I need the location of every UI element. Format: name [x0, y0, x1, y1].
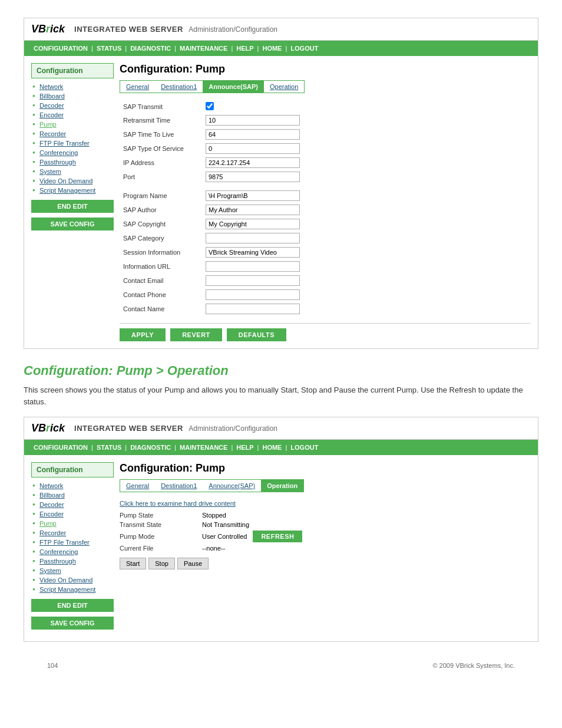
sidebar-item-billboard-1[interactable]: Billboard: [31, 91, 114, 101]
content-area-1: Configuration Network Billboard Decoder …: [24, 56, 538, 348]
label-contactemail: Contact Email: [120, 274, 202, 288]
input-ipaddress[interactable]: [206, 157, 300, 168]
sidebar-item-pump-2[interactable]: Pump: [31, 519, 114, 528]
input-programname[interactable]: [206, 190, 300, 201]
nav-home-1[interactable]: HOME: [259, 44, 285, 53]
tab-bar-1: General Destination1 Announce(SAP) Opera…: [120, 80, 305, 93]
end-edit-button-2[interactable]: END EDIT: [31, 599, 114, 612]
nav-diagnostic-2[interactable]: DIAGNOSTIC: [127, 443, 174, 452]
footer: 104 © 2009 VBrick Systems, Inc.: [24, 656, 538, 675]
sidebar-item-conferencing-1[interactable]: Conferencing: [31, 148, 114, 157]
tab-operation-1[interactable]: Operation: [264, 81, 304, 93]
input-infourl[interactable]: [206, 261, 300, 272]
sidebar-item-passthrough-2[interactable]: Passthrough: [31, 556, 114, 566]
nav-logout-1[interactable]: LOGOUT: [287, 44, 322, 53]
nav-diagnostic-1[interactable]: DIAGNOSTIC: [127, 44, 174, 53]
vbrick-logo-2: VBrick: [31, 422, 65, 434]
tab-announce-sap-2[interactable]: Announce(SAP): [203, 480, 261, 492]
sidebar-item-pump-1[interactable]: Pump: [31, 120, 114, 129]
sidebar-item-encoder-1[interactable]: Encoder: [31, 110, 114, 120]
revert-button-1[interactable]: REVERT: [170, 328, 222, 341]
mid-section-desc: This screen shows you the status of your…: [24, 384, 538, 407]
nav-bar-1: CONFIGURATION | STATUS | DIAGNOSTIC | MA…: [24, 41, 538, 56]
refresh-button[interactable]: REFRESH: [253, 531, 302, 542]
box2-page-title: Configuration: Pump: [120, 462, 531, 475]
sidebar-item-billboard-2[interactable]: Billboard: [31, 490, 114, 500]
sidebar-item-system-2[interactable]: System: [31, 566, 114, 575]
sidebar-item-ftp-1[interactable]: FTP File Transfer: [31, 139, 114, 148]
sidebar-item-system-1[interactable]: System: [31, 167, 114, 176]
input-port[interactable]: [206, 172, 300, 182]
main-content-1: Configuration: Pump General Destination1…: [120, 63, 531, 341]
form-table-1: SAP Transmit Retransmit Time SAP Time To…: [120, 100, 531, 316]
form-spacer: [120, 184, 531, 189]
nav-status-1[interactable]: STATUS: [93, 44, 125, 53]
tab-general-2[interactable]: General: [120, 480, 155, 492]
input-sapauthor[interactable]: [206, 205, 300, 215]
input-sapcategory[interactable]: [206, 233, 300, 243]
sidebar-item-conferencing-2[interactable]: Conferencing: [31, 547, 114, 556]
end-edit-button-1[interactable]: END EDIT: [31, 200, 114, 213]
header-title-1: INTEGRATED WEB SERVER: [74, 25, 183, 34]
form-row-timetolive: SAP Time To Live: [120, 127, 531, 141]
pump-mode-value: User Controlled: [202, 533, 247, 540]
form-row-contactemail: Contact Email: [120, 274, 531, 288]
tab-destination1-2[interactable]: Destination1: [155, 480, 203, 492]
nav-configuration-1[interactable]: CONFIGURATION: [30, 44, 91, 53]
sidebar-item-script-2[interactable]: Script Management: [31, 585, 114, 594]
current-file-row: Current File --none--: [120, 545, 531, 552]
nav-home-2[interactable]: HOME: [259, 443, 285, 452]
checkbox-sap-transmit[interactable]: [206, 102, 214, 110]
save-config-button-1[interactable]: SAVE CONFIG: [31, 218, 114, 230]
tab-general-1[interactable]: General: [120, 81, 155, 93]
label-port: Port: [120, 170, 202, 184]
vbrick-logo-1: VBrick: [31, 23, 65, 35]
input-timetolive[interactable]: [206, 129, 300, 140]
input-contactemail[interactable]: [206, 275, 300, 286]
tab-destination1-1[interactable]: Destination1: [155, 81, 203, 93]
label-typeofservice: SAP Type Of Service: [120, 141, 202, 156]
nav-help-2[interactable]: HELP: [233, 443, 257, 452]
pump-mode-label: Pump Mode: [120, 533, 196, 540]
sidebar-item-decoder-1[interactable]: Decoder: [31, 101, 114, 110]
input-typeofservice[interactable]: [206, 143, 300, 154]
form-row-retransmit: Retransmit Time: [120, 113, 531, 127]
nav-configuration-2[interactable]: CONFIGURATION: [30, 443, 91, 452]
sidebar-item-recorder-1[interactable]: Recorder: [31, 129, 114, 139]
header-subtitle-2: Administration/Configuration: [189, 424, 277, 433]
sidebar-title-2: Configuration: [31, 462, 114, 477]
save-config-button-2[interactable]: SAVE CONFIG: [31, 617, 114, 630]
input-contactname[interactable]: [206, 304, 300, 314]
sidebar-item-decoder-2[interactable]: Decoder: [31, 500, 114, 509]
pause-button[interactable]: Pause: [177, 558, 209, 569]
nav-maintenance-1[interactable]: MAINTENANCE: [176, 44, 231, 53]
sidebar-item-script-1[interactable]: Script Management: [31, 186, 114, 195]
hard-drive-link[interactable]: Click here to examine hard drive content: [120, 500, 236, 507]
sidebar-item-ftp-2[interactable]: FTP File Transfer: [31, 538, 114, 547]
nav-status-2[interactable]: STATUS: [93, 443, 125, 452]
tab-operation-2[interactable]: Operation: [261, 480, 303, 492]
nav-logout-2[interactable]: LOGOUT: [287, 443, 322, 452]
start-button[interactable]: Start: [120, 558, 146, 569]
sidebar-item-vod-1[interactable]: Video On Demand: [31, 176, 114, 186]
nav-maintenance-2[interactable]: MAINTENANCE: [176, 443, 231, 452]
sidebar-item-recorder-2[interactable]: Recorder: [31, 528, 114, 538]
input-sapcopyright[interactable]: [206, 219, 300, 229]
sidebar-item-network-2[interactable]: Network: [31, 481, 114, 490]
sidebar-item-network-1[interactable]: Network: [31, 82, 114, 91]
form-row-typeofservice: SAP Type Of Service: [120, 141, 531, 156]
input-retransmit[interactable]: [206, 115, 300, 126]
content-area-2: Configuration Network Billboard Decoder …: [24, 455, 538, 641]
nav-help-1[interactable]: HELP: [233, 44, 257, 53]
input-sessioninfo[interactable]: [206, 247, 300, 258]
tab-announce-sap-1[interactable]: Announce(SAP): [203, 81, 264, 93]
sidebar-item-encoder-2[interactable]: Encoder: [31, 509, 114, 519]
sidebar-item-passthrough-1[interactable]: Passthrough: [31, 157, 114, 167]
stop-button[interactable]: Stop: [148, 558, 175, 569]
transmit-state-row: Transmit State Not Transmitting: [120, 521, 531, 528]
sidebar-item-vod-2[interactable]: Video On Demand: [31, 575, 114, 585]
apply-button-1[interactable]: APPLY: [120, 328, 166, 341]
footer-page-number: 104: [47, 662, 58, 669]
input-contactphone[interactable]: [206, 289, 300, 300]
defaults-button-1[interactable]: DEFAULTS: [227, 328, 286, 341]
